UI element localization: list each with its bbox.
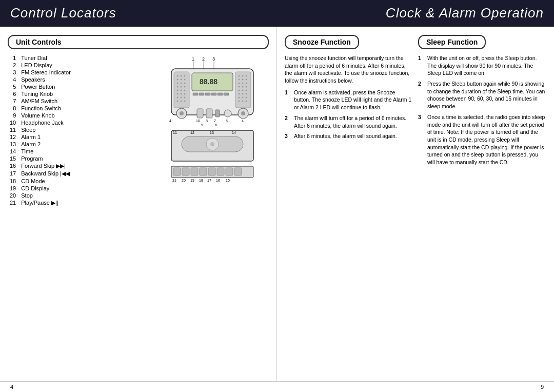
svg-rect-70 (206, 109, 212, 118)
svg-text:13: 13 (210, 131, 214, 134)
svg-point-42 (239, 86, 240, 88)
page-number-left: 4 (10, 384, 13, 390)
list-item: 13Alarm 2 (8, 141, 73, 148)
control-num: 15 (8, 155, 19, 162)
list-item: 1Tuner Dial (8, 54, 73, 62)
svg-text:11: 11 (173, 131, 177, 134)
list-item: 4Speakers (8, 76, 73, 83)
control-num: 9 (8, 112, 19, 119)
svg-text:19: 19 (190, 179, 194, 182)
control-num: 5 (8, 83, 19, 90)
svg-point-14 (177, 83, 179, 84)
svg-rect-64 (224, 93, 229, 95)
svg-point-33 (239, 75, 240, 77)
list-item: 16Forward Skip ▶▶| (8, 162, 73, 170)
svg-text:5: 5 (226, 119, 228, 123)
step-text: Once a time is selected, the radio goes … (427, 113, 546, 166)
svg-point-38 (246, 79, 247, 81)
svg-point-35 (246, 75, 247, 77)
main-content: Unit Controls 1Tuner Dial2LED Display3FM… (0, 26, 554, 381)
control-num: 21 (8, 199, 19, 207)
svg-point-27 (181, 97, 182, 99)
svg-text:4: 4 (169, 119, 171, 123)
list-item: 2LED Display (8, 62, 73, 69)
control-label: CD Mode (19, 178, 73, 185)
svg-point-47 (246, 90, 247, 91)
svg-point-11 (177, 79, 179, 81)
control-label: Backward Skip |◀◀ (19, 170, 73, 178)
list-item: 15Program (8, 155, 73, 162)
control-num: 18 (8, 178, 19, 185)
header-right: Clock & Alarm Operation (277, 0, 554, 26)
svg-rect-97 (234, 168, 242, 175)
step-text: Press the Sleep button again while 90 is… (427, 80, 546, 110)
svg-point-18 (181, 86, 182, 88)
control-label: Volume Knob (19, 112, 73, 119)
svg-point-15 (181, 83, 182, 84)
svg-point-74 (224, 110, 231, 117)
step-number: 2 (418, 80, 424, 88)
svg-point-49 (242, 93, 244, 95)
sleep-body: 1With the unit on or off, press the Slee… (418, 54, 546, 166)
svg-point-20 (177, 90, 179, 91)
svg-rect-96 (226, 168, 233, 175)
svg-text:12: 12 (190, 131, 194, 134)
list-item: 5Power Button (8, 83, 73, 90)
control-num: 13 (8, 141, 19, 148)
control-num: 14 (8, 148, 19, 155)
footer: 4 9 (0, 381, 554, 392)
svg-rect-92 (191, 168, 198, 175)
control-label: Power Button (19, 83, 73, 90)
control-label: AM/FM Switch (19, 97, 73, 105)
snooze-step: 1Once alarm is activated, press the Snoo… (285, 89, 413, 111)
control-label: Sleep (19, 126, 73, 133)
svg-point-8 (177, 75, 179, 77)
control-num: 12 (8, 133, 19, 141)
control-label: CD Display (19, 185, 73, 192)
header-left: Control Locators (0, 0, 277, 26)
sleep-title: Sleep Function (418, 35, 486, 49)
svg-rect-94 (208, 168, 215, 175)
svg-point-55 (242, 101, 244, 102)
svg-point-45 (239, 90, 240, 91)
control-num: 6 (8, 90, 19, 97)
control-label: Speakers (19, 76, 73, 83)
right-top: Snooze Function Using the snooze functio… (285, 35, 546, 169)
sleep-step: 2Press the Sleep button again while 90 i… (418, 80, 546, 110)
svg-point-46 (242, 90, 244, 91)
step-text: The alarm will turn off for a period of … (294, 114, 413, 129)
sleep-step: 3Once a time is selected, the radio goes… (418, 113, 546, 166)
svg-point-34 (242, 75, 244, 77)
svg-rect-61 (205, 93, 210, 95)
left-panel: Unit Controls 1Tuner Dial2LED Display3FM… (0, 27, 277, 381)
sleep-step: 1With the unit on or off, press the Slee… (418, 54, 546, 77)
snooze-steps: 1Once alarm is activated, press the Snoo… (285, 89, 413, 140)
svg-text:6: 6 (215, 123, 217, 127)
list-item: 19CD Display (8, 185, 73, 192)
svg-rect-90 (173, 168, 181, 175)
svg-point-25 (184, 93, 186, 95)
snooze-intro: Using the snooze function will temporari… (285, 54, 413, 85)
control-num: 19 (8, 185, 19, 192)
control-num: 11 (8, 126, 19, 133)
svg-text:88.88: 88.88 (200, 77, 217, 86)
sleep-section: Sleep Function 1With the unit on or off,… (418, 35, 546, 169)
svg-point-84 (210, 142, 214, 146)
step-text: With the unit on or off, press the Sleep… (427, 54, 546, 77)
svg-point-9 (181, 75, 182, 77)
control-num: 1 (8, 54, 19, 62)
svg-text:2: 2 (202, 56, 205, 62)
snooze-step: 2The alarm will turn off for a period of… (285, 114, 413, 129)
list-item: 3FM Stereo Indicator (8, 69, 73, 76)
svg-rect-59 (193, 93, 198, 95)
list-item: 11Sleep (8, 126, 73, 133)
svg-point-51 (239, 97, 240, 99)
svg-point-39 (239, 83, 240, 84)
step-number: 3 (285, 132, 291, 140)
svg-text:18: 18 (199, 179, 203, 182)
control-num: 7 (8, 97, 19, 105)
device-svg: 1 2 3 (156, 54, 269, 229)
control-label: Time (19, 148, 73, 155)
step-number: 1 (285, 89, 291, 96)
sleep-steps: 1With the unit on or off, press the Slee… (418, 54, 546, 166)
